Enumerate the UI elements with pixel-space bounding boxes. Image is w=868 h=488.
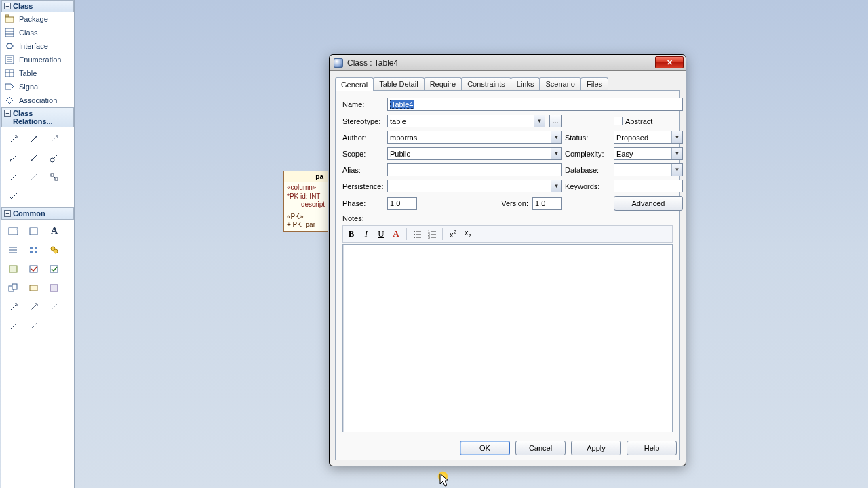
chevron-down-icon[interactable]: ▼ [551, 148, 561, 159]
tool-enumeration[interactable]: Enumeration [1, 53, 74, 66]
label-complexity: Complexity: [565, 150, 611, 158]
tab-constraints[interactable]: Constraints [461, 77, 511, 90]
collapse-icon[interactable]: – [4, 210, 11, 217]
common-tool-5[interactable] [24, 241, 43, 259]
common-tool-1[interactable] [4, 222, 23, 240]
advanced-button[interactable]: Advanced [614, 196, 683, 211]
common-tool-14[interactable] [24, 298, 43, 316]
version-field[interactable] [532, 197, 562, 210]
persistence-field[interactable] [387, 180, 562, 192]
common-tool-16[interactable] [4, 317, 23, 335]
interface-icon [4, 41, 15, 52]
chevron-down-icon[interactable]: ▼ [671, 131, 682, 143]
tab-table-detail[interactable]: Table Detail [373, 77, 424, 90]
chevron-down-icon[interactable]: ▼ [551, 131, 561, 143]
tab-general[interactable]: General [335, 77, 374, 91]
common-tool-4[interactable] [4, 241, 23, 259]
arrow-tool-2[interactable] [24, 130, 43, 148]
superscript-button[interactable]: x2 [446, 227, 460, 241]
underline-button[interactable]: U [374, 227, 388, 241]
common-tool-10[interactable] [4, 279, 23, 297]
label-status: Status: [565, 134, 611, 142]
collapse-icon[interactable]: – [4, 3, 11, 9]
toolbox-section-common-header[interactable]: – Common [1, 207, 74, 220]
tool-signal[interactable]: Signal [1, 80, 74, 94]
common-tool-17[interactable] [24, 317, 43, 335]
subscript-button[interactable]: x2 [461, 227, 475, 241]
chevron-down-icon[interactable]: ▼ [534, 115, 545, 127]
diagram-box-title: pa [284, 171, 328, 182]
font-color-button[interactable]: A [389, 227, 403, 241]
common-tool-7[interactable] [4, 260, 23, 278]
svg-rect-38 [9, 266, 17, 272]
collapse-icon[interactable]: – [4, 110, 11, 117]
arrow-tool-9[interactable] [45, 168, 64, 186]
tool-association[interactable]: Association [1, 94, 74, 107]
svg-rect-24 [55, 178, 58, 180]
stereotype-browse-button[interactable]: ... [549, 115, 562, 127]
arrow-tool-10[interactable] [4, 187, 23, 205]
tab-scenario[interactable]: Scenario [539, 77, 580, 90]
svg-line-14 [10, 136, 17, 142]
alias-field[interactable] [387, 163, 562, 176]
svg-rect-23 [51, 174, 54, 176]
notes-textarea[interactable] [342, 244, 673, 432]
cancel-button[interactable]: Cancel [515, 441, 566, 455]
svg-point-19 [50, 158, 54, 162]
tool-class[interactable]: Class [1, 26, 74, 39]
name-field[interactable]: Table4 [387, 98, 683, 111]
tool-table[interactable]: Table [1, 66, 74, 80]
toolbox-section-class-header[interactable]: – Class [1, 0, 74, 12]
label-abstract: Abstract [625, 117, 652, 125]
tool-package[interactable]: Package [1, 12, 74, 26]
phase-field[interactable] [387, 197, 417, 210]
tool-label: Table [19, 69, 37, 77]
diagram-box-section2: «PK» + PK_par [284, 211, 328, 231]
tab-require[interactable]: Require [424, 77, 462, 90]
italic-button[interactable]: I [359, 227, 373, 241]
ok-button[interactable]: OK [460, 441, 510, 455]
apply-button[interactable]: Apply [571, 441, 621, 455]
bold-button[interactable]: B [344, 227, 358, 241]
toolbox-section-relations-header[interactable]: – Class Relations... [1, 107, 74, 127]
abstract-checkbox[interactable] [614, 117, 623, 125]
svg-line-22 [31, 174, 37, 180]
arrow-tool-1[interactable] [4, 130, 23, 148]
common-tool-15[interactable] [45, 298, 64, 316]
tab-files[interactable]: Files [580, 77, 608, 90]
common-tool-2[interactable] [24, 222, 43, 240]
scope-field[interactable] [387, 147, 562, 160]
chevron-down-icon[interactable]: ▼ [551, 180, 561, 192]
common-tool-12[interactable] [45, 279, 64, 297]
help-button[interactable]: Help [627, 441, 677, 455]
dialog-body: General Table Detail Require Constraints… [335, 75, 680, 460]
arrow-tool-7[interactable] [4, 168, 23, 186]
chevron-down-icon[interactable]: ▼ [671, 148, 682, 159]
common-tool-11[interactable] [24, 279, 43, 297]
relations-icon-grid [1, 127, 74, 207]
common-tool-3[interactable]: A [45, 222, 64, 240]
author-field[interactable] [387, 131, 562, 144]
diagram-box[interactable]: pa «column» *PK id: INT descript «PK» + … [283, 171, 328, 232]
tab-links[interactable]: Links [511, 77, 540, 90]
common-tool-8[interactable] [24, 260, 43, 278]
arrow-tool-6[interactable] [45, 149, 64, 167]
chevron-down-icon[interactable]: ▼ [671, 164, 682, 176]
keywords-field[interactable] [614, 180, 683, 192]
arrow-tool-8[interactable] [24, 168, 43, 186]
common-tool-13[interactable] [4, 298, 23, 316]
stereotype-field[interactable] [387, 115, 545, 127]
dialog-titlebar[interactable]: Class : Table4 ✕ [330, 55, 686, 71]
arrow-tool-4[interactable] [4, 149, 23, 167]
tool-interface[interactable]: Interface [1, 39, 74, 53]
common-tool-9[interactable] [45, 260, 64, 278]
number-list-button[interactable]: 123 [425, 227, 439, 241]
arrow-tool-5[interactable] [24, 149, 43, 167]
common-tool-6[interactable] [45, 241, 64, 259]
close-button[interactable]: ✕ [655, 56, 684, 68]
svg-line-49 [31, 323, 37, 329]
arrow-tool-3[interactable] [45, 130, 64, 148]
signal-icon [4, 81, 15, 92]
svg-point-52 [414, 234, 415, 235]
bullet-list-button[interactable] [410, 227, 424, 241]
